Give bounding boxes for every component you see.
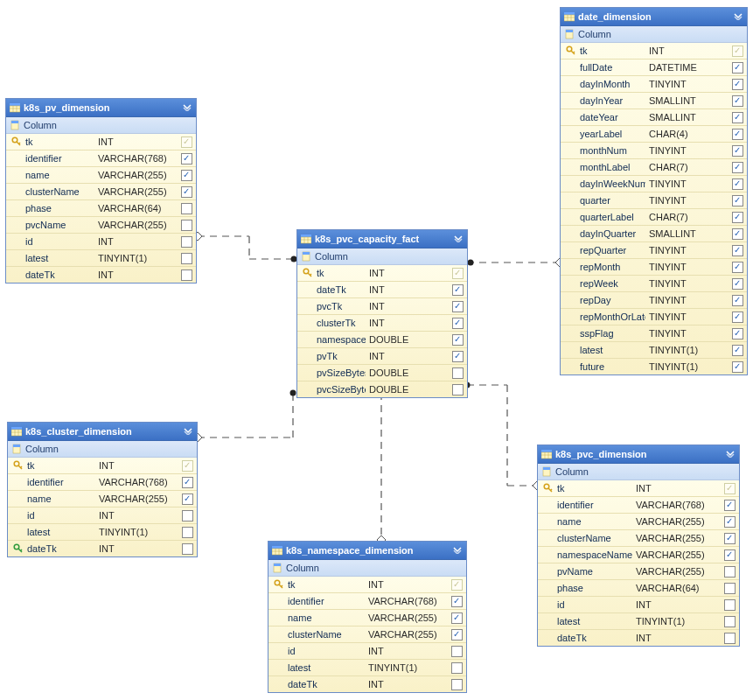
column-row[interactable]: latest TINYINT(1) [8,524,197,541]
column-row[interactable]: latest TINYINT(1) [6,250,196,267]
column-section-header[interactable]: Column [268,560,466,577]
null-check[interactable] [732,162,743,173]
column-row[interactable]: tk INT [538,480,739,497]
column-row[interactable]: tk INT [8,458,197,474]
collapse-icon[interactable] [453,235,464,242]
column-section-header[interactable]: Column [297,248,467,265]
null-check[interactable] [181,220,192,231]
null-check[interactable] [724,599,736,611]
null-check[interactable] [724,483,736,494]
column-row[interactable]: monthLabel CHAR(7) [561,159,747,176]
column-row[interactable]: pvcTk INT [297,298,467,315]
column-row[interactable]: latest TINYINT(1) [561,342,747,359]
column-row[interactable]: clusterName VARCHAR(255) [268,626,466,643]
column-row[interactable]: latest TINYINT(1) [268,660,466,676]
table-k8s-cluster-dimension[interactable]: k8s_cluster_dimension Column tk INT [7,422,198,557]
column-row[interactable]: future TINYINT(1) [561,359,747,374]
column-row[interactable]: id INT [6,234,196,250]
column-row[interactable]: latest TINYINT(1) [538,613,739,630]
null-check[interactable] [182,494,193,505]
column-row[interactable]: repWeek TINYINT [561,276,747,292]
column-row[interactable]: phase VARCHAR(64) [6,200,196,217]
null-check[interactable] [181,253,192,264]
null-check[interactable] [732,112,743,123]
null-check[interactable] [181,186,192,198]
table-title-bar[interactable]: date_dimension [561,8,747,26]
null-check[interactable] [181,153,192,164]
column-section-header[interactable]: Column [561,26,747,43]
null-check[interactable] [732,95,743,107]
column-row[interactable]: fullDate DATETIME [561,60,747,76]
column-row[interactable]: repMonth TINYINT [561,259,747,276]
column-row[interactable]: dateTk INT [8,541,197,556]
null-check[interactable] [452,368,464,379]
column-row[interactable]: identifier VARCHAR(768) [8,474,197,491]
column-row[interactable]: name VARCHAR(255) [538,514,739,530]
column-row[interactable]: dateTk INT [538,630,739,646]
null-check[interactable] [732,62,743,74]
null-check[interactable] [452,301,464,312]
null-check[interactable] [451,596,463,607]
column-row[interactable]: tk INT [561,43,747,60]
null-check[interactable] [452,284,464,296]
column-row[interactable]: namespaceTk DOUBLE [297,332,467,348]
column-row[interactable]: phase VARCHAR(64) [538,580,739,597]
null-check[interactable] [181,170,192,181]
column-row[interactable]: dayInQuarter SMALLINT [561,226,747,242]
null-check[interactable] [724,550,736,561]
column-row[interactable]: identifier VARCHAR(768) [6,150,196,167]
null-check[interactable] [451,579,463,591]
column-row[interactable]: pvSizeBytes DOUBLE [297,365,467,382]
column-row[interactable]: repDay TINYINT [561,292,747,309]
column-row[interactable]: sspFlag TINYINT [561,326,747,342]
column-row[interactable]: tk INT [268,577,466,593]
column-row[interactable]: quarterLabel CHAR(7) [561,209,747,226]
column-row[interactable]: dateYear SMALLINT [561,109,747,126]
null-check[interactable] [452,351,464,362]
null-check[interactable] [451,662,463,674]
null-check[interactable] [732,79,743,90]
column-row[interactable]: name VARCHAR(255) [8,491,197,508]
column-row[interactable]: pvcName VARCHAR(255) [6,217,196,234]
null-check[interactable] [451,612,463,624]
column-row[interactable]: dayInWeekNum TINYINT [561,176,747,192]
column-row[interactable]: repQuarter TINYINT [561,242,747,259]
null-check[interactable] [732,245,743,256]
column-row[interactable]: dayInMonth TINYINT [561,76,747,93]
null-check[interactable] [732,328,743,340]
column-row[interactable]: monthNum TINYINT [561,143,747,159]
column-row[interactable]: tk INT [6,134,196,150]
table-title-bar[interactable]: k8s_pvc_dimension [538,445,739,464]
null-check[interactable] [181,203,192,214]
null-check[interactable] [451,646,463,657]
null-check[interactable] [452,268,464,279]
null-check[interactable] [732,212,743,223]
collapse-icon[interactable] [452,547,463,554]
null-check[interactable] [181,136,192,148]
column-row[interactable]: identifier VARCHAR(768) [268,593,466,610]
null-check[interactable] [724,566,736,578]
collapse-icon[interactable] [725,451,736,458]
column-row[interactable]: quarter TINYINT [561,192,747,209]
null-check[interactable] [724,583,736,594]
null-check[interactable] [724,633,736,644]
null-check[interactable] [732,178,743,190]
table-title-bar[interactable]: k8s_pv_dimension [6,99,196,117]
column-row[interactable]: tk INT [297,265,467,282]
column-row[interactable]: id INT [538,597,739,613]
null-check[interactable] [732,312,743,323]
null-check[interactable] [452,384,464,396]
null-check[interactable] [732,195,743,206]
column-row[interactable]: name VARCHAR(255) [268,610,466,626]
null-check[interactable] [451,629,463,640]
column-row[interactable]: repMonthOrLatest TINYINT [561,309,747,326]
column-section-header[interactable]: Column [8,441,197,458]
null-check[interactable] [724,616,736,627]
column-row[interactable]: yearLabel CHAR(4) [561,126,747,143]
null-check[interactable] [182,527,193,538]
column-row[interactable]: dateTk INT [297,282,467,298]
table-title-bar[interactable]: k8s_namespace_dimension [268,542,466,560]
null-check[interactable] [732,345,743,356]
table-title-bar[interactable]: k8s_pvc_capacity_fact [297,230,467,248]
column-row[interactable]: pvcSizeBytes DOUBLE [297,382,467,397]
